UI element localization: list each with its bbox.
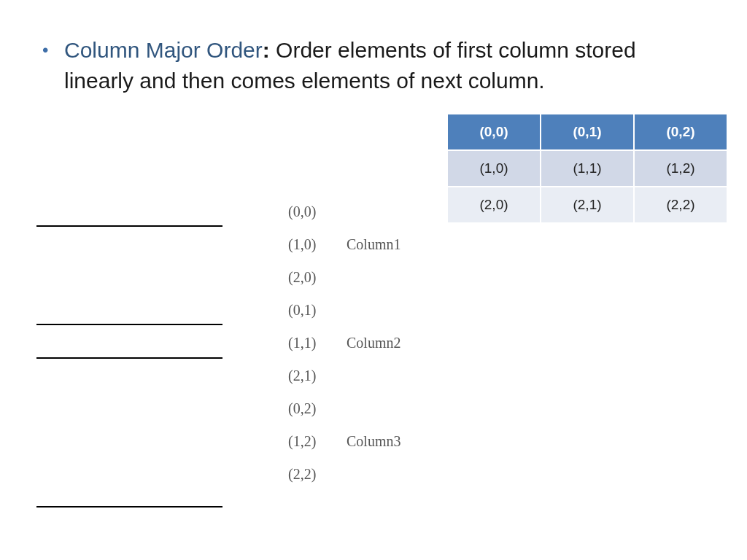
table-row: (0,0) (0,1) (0,2) bbox=[447, 114, 727, 150]
linear-list: (0,0) (1,0)Column1 (2,0) (0,1) (1,1)Colu… bbox=[288, 195, 434, 491]
linear-cell: (1,2) bbox=[288, 433, 347, 450]
bullet-term: Column Major Order bbox=[64, 38, 263, 62]
table-row: (2,0) (2,1) (2,2) bbox=[447, 187, 727, 223]
linear-cell: (0,1) bbox=[288, 302, 347, 319]
slide: • Column Major Order: Order elements of … bbox=[0, 0, 747, 560]
cell-0-2: (0,2) bbox=[634, 114, 727, 150]
list-item: (1,2)Column3 bbox=[288, 425, 434, 458]
cell-1-2: (1,2) bbox=[634, 150, 727, 187]
bullet-item: • Column Major Order: Order elements of … bbox=[39, 35, 703, 96]
cell-2-0: (2,0) bbox=[447, 187, 541, 223]
divider-line bbox=[36, 357, 222, 359]
divider-line bbox=[36, 506, 222, 508]
cell-0-0: (0,0) bbox=[447, 114, 541, 150]
cell-0-1: (0,1) bbox=[541, 114, 634, 150]
linear-label: Column3 bbox=[347, 433, 434, 450]
linear-cell: (2,1) bbox=[288, 368, 347, 384]
table-row: (1,0) (1,1) (1,2) bbox=[447, 150, 727, 187]
bullet-text: Column Major Order: Order elements of fi… bbox=[64, 35, 703, 96]
divider-line bbox=[36, 324, 222, 325]
bullet-colon: : bbox=[263, 38, 276, 62]
linear-cell: (0,2) bbox=[288, 400, 347, 417]
list-item: (0,2) bbox=[288, 392, 434, 425]
linear-cell: (1,1) bbox=[288, 335, 347, 351]
cell-2-2: (2,2) bbox=[634, 187, 727, 223]
bullet-icon: • bbox=[39, 35, 64, 66]
cell-1-1: (1,1) bbox=[541, 150, 634, 187]
linear-label: Column2 bbox=[347, 335, 434, 351]
linear-cell: (1,0) bbox=[288, 236, 347, 253]
list-item: (2,2) bbox=[288, 458, 434, 491]
linear-cell: (2,2) bbox=[288, 466, 347, 483]
linear-label: Column1 bbox=[347, 236, 434, 253]
list-item: (1,0)Column1 bbox=[288, 228, 434, 261]
linear-cell: (0,0) bbox=[288, 203, 347, 220]
cell-2-1: (2,1) bbox=[541, 187, 634, 223]
list-item: (2,1) bbox=[288, 359, 434, 392]
cell-1-0: (1,0) bbox=[447, 150, 541, 187]
divider-line bbox=[36, 225, 222, 227]
list-item: (1,1)Column2 bbox=[288, 327, 434, 359]
linear-cell: (2,0) bbox=[288, 269, 347, 286]
list-item: (0,0) bbox=[288, 195, 434, 228]
list-item: (2,0) bbox=[288, 261, 434, 294]
index-matrix: (0,0) (0,1) (0,2) (1,0) (1,1) (1,2) (2,0… bbox=[446, 113, 728, 224]
list-item: (0,1) bbox=[288, 294, 434, 327]
